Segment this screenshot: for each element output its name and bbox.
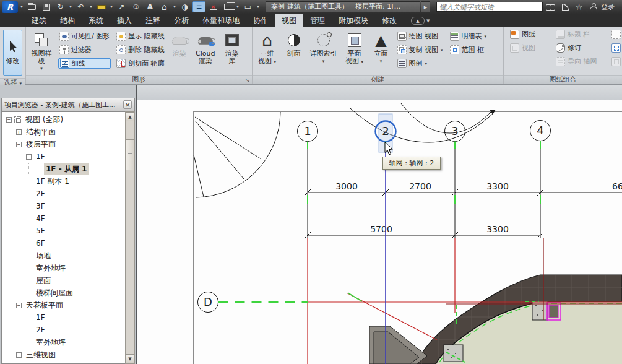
elevation-button[interactable]: ▲ 立面 ▾ <box>371 29 392 65</box>
browser-tree-item[interactable]: −1F <box>3 150 123 163</box>
switch-windows-dropdown-icon[interactable]: ▾ <box>235 4 240 9</box>
ribbon-tab[interactable]: 插入 <box>110 14 139 27</box>
legends-button[interactable]: 图例 ▾ <box>396 58 444 69</box>
sync-button[interactable]: ↻ <box>54 1 67 12</box>
clipped-button-1[interactable] <box>610 29 622 40</box>
switch-windows-button[interactable] <box>221 1 234 12</box>
drawing-area[interactable]: D 1 3 <box>137 85 622 364</box>
text-button[interactable]: A <box>144 1 157 12</box>
project-browser-header[interactable]: 项目浏览器 - 案例-建筑（施工图工... × <box>1 98 135 111</box>
sheet-button[interactable]: 图纸 <box>509 29 546 40</box>
section-ribbon-button[interactable]: 剖面 <box>283 29 305 58</box>
favorites-button[interactable]: ☆ <box>572 1 585 12</box>
cloud-render-button[interactable]: Cloud 渲染 <box>193 29 218 65</box>
dimension-row-2[interactable]: 5700 3300 <box>305 224 543 238</box>
ribbon-tab[interactable]: 附加模块 <box>332 14 375 27</box>
ribbon-tab[interactable]: 分析 <box>167 14 196 27</box>
browser-scrollbar[interactable]: ▲ ▼ <box>125 111 135 364</box>
aligned-dimension-button[interactable]: ↗ <box>115 1 128 12</box>
sheet-panel-label[interactable]: 图纸组合 <box>504 75 622 84</box>
browser-tree-item[interactable]: 3F <box>3 200 123 212</box>
browser-tree-item[interactable]: 场地 <box>3 249 123 262</box>
ribbon-tab[interactable]: 结构 <box>53 14 82 27</box>
browser-tree-item[interactable]: 1F 副本 1 <box>3 175 123 188</box>
tree-expander-icon[interactable]: − <box>6 117 12 123</box>
ribbon-tab[interactable]: 视图 <box>275 14 303 27</box>
tag-button[interactable]: ① <box>129 1 142 12</box>
render-gallery-button[interactable]: 渲染 库 <box>222 29 242 65</box>
filters-button[interactable]: 过滤器 <box>58 45 111 55</box>
browser-tree-item[interactable]: 楼梯间屋面 <box>3 287 123 299</box>
thin-lines-button[interactable]: ≡ <box>192 1 205 12</box>
undo-button[interactable]: ↶ <box>74 1 87 12</box>
browser-tree-item[interactable]: 1F <box>3 311 123 324</box>
ribbon-collapse-dropdown-icon[interactable]: ▼ <box>426 19 430 24</box>
section-button[interactable]: ◑ <box>178 1 191 12</box>
thin-lines-ribbon-button[interactable]: 细线 <box>58 58 111 69</box>
customize-qat-dropdown-icon[interactable]: ▾ <box>256 4 261 9</box>
sign-in-label[interactable]: 登录 <box>601 2 615 12</box>
cut-profile-button[interactable]: 剖切面 轮廓 <box>115 58 166 69</box>
clipped-button-2[interactable] <box>610 43 622 53</box>
radial-fan[interactable] <box>194 112 280 197</box>
ribbon-tab[interactable]: 体量和场地 <box>196 14 246 27</box>
browser-tree-item[interactable]: 室外地坪 <box>3 262 123 274</box>
browser-tree-item[interactable]: 6F <box>3 237 123 249</box>
browser-tree-item[interactable]: 5F <box>3 225 123 237</box>
schedules-button[interactable]: 明细表 ▾ <box>449 31 488 41</box>
app-menu-dropdown-icon[interactable]: ▾ <box>19 4 24 9</box>
browser-tree-item[interactable]: −视图 (全部) <box>3 113 123 126</box>
sync-dropdown-icon[interactable]: ▾ <box>68 4 73 9</box>
3d-view-dropdown-icon[interactable]: ▾ <box>172 4 177 9</box>
ribbon-tab[interactable]: 注释 <box>139 14 167 27</box>
view-template-button[interactable]: 视图样板▾ <box>29 29 54 72</box>
measure-dropdown-icon[interactable]: ▾ <box>109 4 114 9</box>
communication-center-button[interactable] <box>558 1 571 12</box>
scope-box-button[interactable]: 范围 框 <box>449 45 488 55</box>
create-panel-label[interactable]: 创建 <box>253 75 503 84</box>
ribbon-tab[interactable]: 协作 <box>246 14 275 27</box>
browser-tree-item[interactable]: 4F <box>3 212 123 225</box>
sign-in-button[interactable] <box>587 1 600 12</box>
browser-tree-item[interactable]: 2F <box>3 188 123 200</box>
ramp-shapes[interactable] <box>369 326 427 364</box>
scrollbar-thumb[interactable] <box>126 139 134 170</box>
drafting-view-button[interactable]: 绘图 视图 <box>396 31 444 41</box>
ribbon-tab[interactable]: 建筑 <box>25 14 53 27</box>
revisions-button[interactable]: 修订 <box>555 43 602 53</box>
search-input[interactable] <box>436 2 543 12</box>
grid-4[interactable]: 4 <box>530 121 551 239</box>
scrollbar-down-arrow[interactable]: ▼ <box>126 354 134 363</box>
graphics-dialog-launcher-icon[interactable]: ↘ <box>245 76 250 85</box>
visibility-graphics-button[interactable]: 可见性/ 图形 <box>58 31 111 41</box>
search-button[interactable] <box>544 1 557 12</box>
ribbon-tab[interactable]: 系统 <box>82 14 110 27</box>
ribbon-tab[interactable]: 管理 <box>303 14 332 27</box>
duplicate-view-button[interactable]: 复制 视图 ▾ <box>396 45 444 55</box>
callout-button[interactable]: 详图索引 ▾ <box>309 29 339 65</box>
browser-tree-item[interactable]: 室外地坪 <box>3 336 123 349</box>
title-flyout-button[interactable]: ▶ <box>421 1 430 12</box>
browser-tree-item[interactable]: +结构平面 <box>3 126 123 138</box>
default-3d-view-button[interactable]: ⌂ <box>158 1 171 12</box>
dimension-row-1[interactable]: 3000 2700 3300 66 <box>305 181 622 196</box>
undo-dropdown-icon[interactable]: ▾ <box>89 4 93 9</box>
scrollbar-up-arrow[interactable]: ▲ <box>126 112 134 121</box>
grid-1[interactable]: 1 <box>298 121 318 239</box>
browser-tree-item[interactable]: 1F - 从属 1 <box>3 163 123 175</box>
ribbon-collapse-button[interactable]: ▲ <box>411 17 425 25</box>
remove-hidden-lines-button[interactable]: 删除 隐藏线 <box>115 45 166 55</box>
browser-tree-item[interactable]: 屋面 <box>3 274 123 287</box>
ribbon-tab[interactable]: 修改 <box>375 14 404 27</box>
modify-button[interactable]: 修改 <box>3 30 22 76</box>
customize-qat-button[interactable]: ▭ <box>241 1 254 12</box>
building-curves[interactable] <box>350 103 496 142</box>
graphics-panel-label[interactable]: 图形↘ <box>26 75 252 84</box>
3d-view-button[interactable]: ⌂ 三维 视图 ▾ <box>256 29 279 66</box>
revit-app-menu-icon[interactable]: R <box>2 1 18 13</box>
browser-tree-item[interactable]: 2F <box>3 324 123 336</box>
browser-tree-item[interactable]: −楼层平面 <box>3 138 123 150</box>
grid-3[interactable]: 3 <box>445 121 465 239</box>
measure-button[interactable] <box>95 1 108 12</box>
close-hidden-windows-button[interactable]: × <box>207 1 220 12</box>
